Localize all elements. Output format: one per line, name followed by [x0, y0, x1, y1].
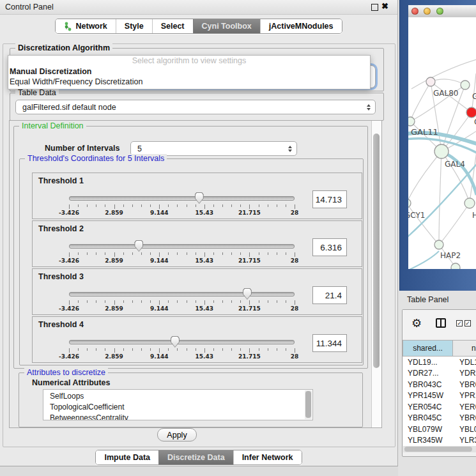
network-edge-highlighted — [441, 151, 476, 195]
table-row[interactable]: YER054CYER0 — [403, 401, 476, 413]
popup-option-manual-discretization[interactable]: Manual Discretization — [8, 66, 370, 77]
tick-mark — [159, 252, 160, 257]
network-node[interactable] — [426, 77, 435, 86]
network-canvas[interactable]: GAL80GCGAL11GAL4GCY1HHAP2 — [408, 17, 476, 269]
slider-thumb[interactable] — [243, 288, 252, 300]
column-header-shared-name[interactable]: shared... — [403, 340, 453, 357]
threshold-value-field[interactable]: 21.4 — [312, 286, 347, 304]
tab-style[interactable]: Style — [116, 19, 152, 33]
network-node[interactable] — [434, 240, 443, 249]
zoom-traffic-light-icon[interactable] — [436, 8, 443, 15]
tick-mark — [132, 204, 133, 207]
tick-mark — [286, 348, 286, 351]
tick-mark — [150, 252, 151, 255]
threshold-slider[interactable]: -3.4262.8599.14415.4321.71528 — [69, 244, 295, 263]
attribute-item-topologicalcoefficient[interactable]: TopologicalCoefficient — [43, 402, 312, 413]
slider-track[interactable] — [69, 340, 295, 344]
tick-label: 2.859 — [105, 210, 123, 216]
table-row[interactable]: YBR045CYBR0 — [403, 413, 476, 424]
threshold-value-field[interactable]: 6.316 — [312, 238, 347, 256]
slider-thumb[interactable] — [171, 336, 180, 348]
gear-icon[interactable]: ⚙ — [411, 316, 422, 330]
tick-mark — [277, 252, 277, 255]
tick-label: 9.144 — [150, 257, 168, 264]
scrollbar-thumb[interactable] — [404, 447, 472, 452]
tick-mark — [78, 300, 79, 303]
column-header-name[interactable]: name — [453, 340, 476, 357]
cell-shared-name: YLR345W — [403, 436, 456, 445]
network-node[interactable] — [466, 107, 476, 118]
tick-mark — [114, 252, 115, 257]
table-data-combo[interactable]: galFiltered.sif default node — [15, 100, 376, 114]
tick-mark — [240, 204, 241, 207]
table-data-label: Table Data — [15, 88, 59, 97]
network-node[interactable] — [461, 81, 470, 89]
table-data-group: Table Data galFiltered.sif default node — [10, 93, 384, 121]
table-row[interactable]: YDR27...YDR2 — [403, 368, 476, 380]
tick-label: 15.43 — [196, 210, 213, 216]
table-row[interactable]: YBL079WYBL0 — [403, 424, 476, 435]
close-icon[interactable]: ✖ — [381, 1, 388, 11]
tab-discretize-data[interactable]: Discretize Data — [158, 450, 233, 464]
attribute-item-betweennesscentrality[interactable]: BetweennessCentrality — [43, 413, 312, 420]
tab-jactivemnodules[interactable]: jActiveMNodules — [260, 19, 342, 33]
apply-button[interactable]: Apply — [157, 428, 197, 441]
tab-network[interactable]: Network — [56, 19, 115, 33]
threshold-slider[interactable]: -3.4262.8599.14415.4321.71528 — [69, 340, 295, 359]
top-tab-bar: NetworkStyleSelectCyni ToolboxjActiveMNo… — [0, 19, 397, 34]
table-row[interactable]: YDL19...YDL1 — [403, 357, 476, 368]
tick-mark — [295, 252, 295, 257]
table-header-row: shared... name — [403, 340, 476, 357]
network-node[interactable] — [408, 117, 415, 126]
settings-vertical-scrollbar[interactable] — [371, 121, 381, 427]
tick-mark — [114, 348, 115, 353]
network-window-titlebar[interactable] — [408, 5, 476, 18]
table-row[interactable]: YPR145WYPR1 — [403, 390, 476, 402]
table-horizontal-scrollbar[interactable] — [403, 446, 476, 452]
slider-thumb[interactable] — [134, 240, 143, 252]
slider-track[interactable] — [69, 244, 295, 249]
table-row[interactable]: YLR345WYLR3 — [403, 435, 476, 447]
slider-track[interactable] — [69, 196, 295, 201]
tab-infer-network[interactable]: Infer Network — [233, 450, 302, 464]
network-edge — [439, 203, 470, 245]
threshold-slider[interactable]: -3.4262.8599.14415.4321.71528 — [69, 196, 295, 215]
checkbox-icon[interactable]: ✓ — [456, 320, 463, 326]
network-node[interactable] — [434, 144, 449, 158]
tab-cyni-toolbox[interactable]: Cyni Toolbox — [193, 19, 260, 33]
network-graph: GAL80GCGAL11GAL4GCY1HHAP2 — [408, 17, 476, 269]
popup-option-equal-width[interactable]: Equal Width/Frequency Discretization — [8, 77, 370, 87]
minimize-traffic-light-icon[interactable] — [424, 8, 431, 15]
tab-impute-data[interactable]: Impute Data — [96, 450, 158, 464]
split-columns-icon[interactable] — [436, 318, 446, 328]
threshold-1-panel: Threshold 1-3.4262.8599.14415.4321.71528… — [32, 173, 362, 219]
scrollbar-thumb[interactable] — [305, 391, 311, 418]
attributes-list-scrollbar[interactable] — [305, 390, 312, 419]
algorithm-popup-prompt: Select algorithm to view settings — [8, 56, 370, 66]
tick-mark — [196, 204, 196, 207]
threshold-2-panel: Threshold 2-3.4262.8599.14415.4321.71528… — [32, 220, 362, 267]
network-edge — [431, 79, 465, 85]
tick-mark — [222, 348, 223, 351]
cell-name: YDL1 — [456, 358, 476, 367]
threshold-slider[interactable]: -3.4262.8599.14415.4321.71528 — [69, 292, 295, 311]
float-window-icon[interactable] — [371, 4, 378, 11]
threshold-label: Threshold 2 — [38, 224, 84, 233]
tab-select[interactable]: Select — [152, 19, 193, 33]
scrollbar-thumb[interactable] — [373, 134, 380, 368]
threshold-value-field[interactable]: 14.713 — [312, 190, 347, 208]
close-traffic-light-icon[interactable] — [411, 8, 418, 15]
table-panel: ⚙ ✓ ✓ shared... name YDL19...YDL1YDR27..… — [402, 309, 476, 457]
slider-track[interactable] — [69, 292, 295, 296]
checkbox-icon[interactable]: ✓ — [464, 320, 471, 326]
attribute-item-selfloops[interactable]: SelfLoops — [43, 391, 312, 402]
threshold-value-field[interactable]: 11.344 — [312, 334, 347, 352]
network-edge-highlighted — [408, 251, 439, 269]
slider-thumb[interactable] — [195, 192, 204, 204]
tick-mark — [123, 204, 124, 207]
table-row[interactable]: YBR043CYBR0 — [403, 379, 476, 390]
network-node[interactable] — [408, 199, 411, 208]
cell-shared-name: YBR045C — [403, 413, 456, 422]
network-node[interactable] — [464, 198, 475, 208]
network-node[interactable] — [451, 263, 460, 269]
